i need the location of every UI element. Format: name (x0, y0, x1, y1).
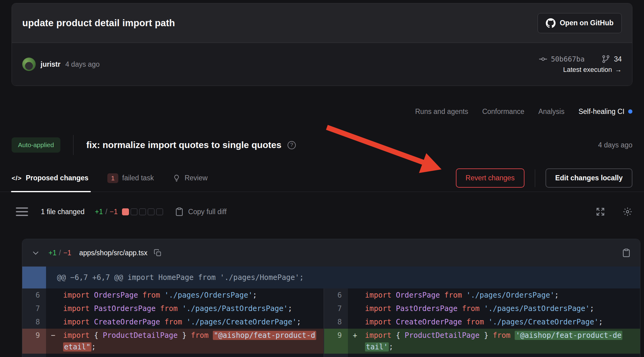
diff-line: 9−import { ProductDetailPage } from "@ai… (22, 329, 324, 354)
hunk-header-row: @@ −6,7 +6,7 @@ import HomePage from './… (22, 267, 640, 288)
expand-icon[interactable] (596, 207, 605, 216)
code-line: import CreateOrderPage from './pages/Cre… (46, 315, 324, 329)
diff-stat-square (148, 208, 155, 215)
diff-line: 6import OrdersPage from './pages/OrdersP… (22, 288, 324, 302)
diff-line: 10 (324, 354, 640, 357)
diff-line: 7import PastOrdersPage from './pages/Pas… (324, 302, 640, 315)
file-diff-card: +1 / −1 apps/shop/src/app.tsx @@ −6,7 +6… (22, 239, 640, 357)
line-number: 8 (22, 315, 46, 329)
additions-count: +1 (95, 208, 103, 216)
open-on-github-label: Open on GitHub (560, 19, 614, 27)
nav-self-healing-ci-label: Self-healing CI (578, 108, 624, 116)
fix-title: fix: normalize import quotes to single q… (86, 140, 281, 150)
active-nav-dot (628, 109, 632, 114)
avatar[interactable] (22, 58, 36, 71)
commit-time: 4 days ago (65, 60, 100, 69)
deletions-count: −1 (110, 208, 118, 216)
file-path: apps/shop/src/app.tsx (79, 249, 148, 257)
nav-self-healing-ci[interactable]: Self-healing CI (578, 108, 632, 116)
diff-line: 6import OrdersPage from './pages/OrdersP… (324, 288, 640, 302)
file-additions: +1 (48, 249, 56, 257)
line-number: 8 (324, 315, 348, 329)
code-icon: </> (12, 175, 22, 182)
divider (73, 135, 73, 155)
github-icon (546, 18, 556, 28)
latest-execution-label: Latest execution (563, 66, 612, 74)
nav-analysis[interactable]: Analysis (538, 108, 564, 116)
line-number: 6 (324, 288, 348, 302)
lightbulb-icon (173, 174, 181, 182)
change-marker: − (51, 330, 55, 341)
diff-line: 7import PastOrdersPage from './pages/Pas… (22, 302, 324, 315)
diff-line: 10 (22, 354, 324, 357)
hunk-header: @@ −6,7 +6,7 @@ import HomePage from './… (46, 267, 304, 288)
file-list-menu-icon[interactable] (16, 207, 28, 216)
fix-time: 4 days ago (598, 141, 632, 149)
diff-pane-new: 6import OrdersPage from './pages/OrdersP… (324, 288, 640, 357)
author-name[interactable]: juristr (41, 60, 60, 69)
gear-icon[interactable] (623, 207, 632, 217)
line-number: 9 (324, 329, 348, 354)
diff-stat-square (156, 208, 163, 215)
chevron-down-icon[interactable] (31, 249, 40, 257)
line-number: 10 (22, 354, 46, 357)
line-number: 7 (22, 302, 46, 315)
git-commit-icon (539, 55, 547, 63)
auto-applied-badge: Auto-applied (12, 137, 60, 153)
commit-sha-chip[interactable]: 50b667ba (539, 55, 585, 63)
diff-stat-squares (122, 208, 163, 215)
code-line: import OrdersPage from './pages/OrdersPa… (348, 288, 640, 302)
help-icon[interactable]: ? (288, 141, 296, 149)
hunk-gutter (22, 267, 46, 288)
divider (535, 169, 535, 187)
split-diff: 6import OrdersPage from './pages/OrdersP… (22, 288, 640, 357)
copy-file-diff-button[interactable] (622, 248, 631, 257)
tab-failed-task[interactable]: 1 failed task (107, 164, 154, 192)
line-number: 6 (22, 288, 46, 302)
code-line: import PastOrdersPage from './pages/Past… (348, 302, 640, 315)
diff-stats: +1 / −1 (95, 208, 118, 216)
diff-pane-old: 6import OrdersPage from './pages/OrdersP… (22, 288, 324, 357)
git-branch-icon (602, 55, 610, 63)
commit-sha: 50b667ba (551, 55, 585, 63)
file-diff-header: +1 / −1 apps/shop/src/app.tsx (22, 239, 640, 267)
branch-count-chip[interactable]: 34 (602, 55, 622, 63)
revert-changes-button[interactable]: Revert changes (456, 168, 524, 188)
nav-conformance[interactable]: Conformance (482, 108, 524, 116)
copy-path-button[interactable] (154, 249, 162, 257)
code-line: import CreateOrderPage from './pages/Cre… (348, 315, 640, 329)
fix-heading-row: Auto-applied fix: normalize import quote… (12, 135, 632, 155)
code-line (46, 354, 324, 357)
latest-execution-link[interactable]: Latest execution → (563, 66, 622, 74)
arrow-right-icon: → (615, 66, 622, 74)
tab-review[interactable]: Review (173, 164, 207, 192)
edit-changes-locally-button[interactable]: Edit changes locally (546, 168, 632, 188)
tab-failed-task-label: failed task (122, 174, 154, 182)
top-nav: Runs and agents Conformance Analysis Sel… (12, 105, 632, 118)
code-line: +import { ProductDetailPage } from '@ais… (348, 329, 640, 354)
file-diff-stats: +1 / −1 (48, 249, 71, 257)
diff-toolbar: 1 file changed +1 / −1 Copy full diff (12, 200, 632, 224)
diff-stat-square (139, 208, 146, 215)
copy-file-icon (622, 248, 631, 257)
tab-proposed-changes[interactable]: </> Proposed changes (12, 164, 88, 192)
stat-separator: / (105, 208, 107, 216)
code-line (348, 354, 640, 357)
nav-runs-and-agents[interactable]: Runs and agents (415, 108, 468, 116)
line-number: 9 (22, 329, 46, 354)
diff-stat-square (131, 208, 138, 215)
failed-count-badge: 1 (107, 173, 118, 183)
diff-line: 8import CreateOrderPage from './pages/Cr… (324, 315, 640, 329)
diff-line: 8import CreateOrderPage from './pages/Cr… (22, 315, 324, 329)
file-stat-separator: / (59, 249, 61, 257)
copy-full-diff-button[interactable]: Copy full diff (175, 207, 227, 216)
change-marker: + (353, 330, 357, 341)
line-number: 7 (324, 302, 348, 315)
file-deletions: −1 (63, 249, 71, 257)
diff-line: 9+import { ProductDetailPage } from '@ai… (324, 329, 640, 354)
tab-review-label: Review (184, 174, 207, 182)
commit-header-card: update product detail import path Open o… (12, 3, 632, 86)
open-on-github-button[interactable]: Open on GitHub (538, 13, 622, 33)
commit-meta-bar: juristr 4 days ago 50b667ba 34 Latest ex… (12, 43, 632, 86)
files-changed-label: 1 file changed (41, 208, 84, 216)
